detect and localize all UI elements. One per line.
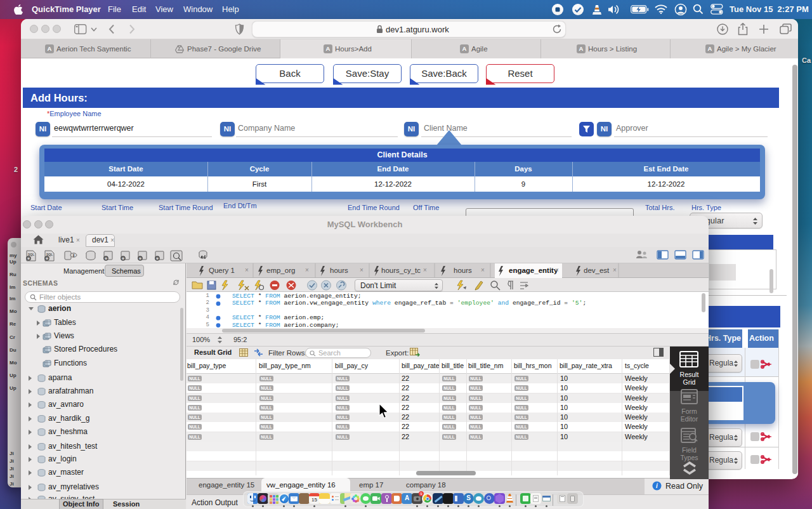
svg-text:i: i [656, 482, 658, 489]
svg-text:SQL: SQL [46, 253, 53, 256]
svg-text:+: + [122, 256, 124, 260]
svg-text:+: + [27, 256, 30, 260]
svg-text:i: i [73, 253, 74, 258]
svg-text:+: + [139, 256, 141, 260]
svg-text:+: + [156, 256, 159, 260]
svg-text:SQL: SQL [28, 253, 34, 256]
svg-text:+: + [105, 256, 107, 260]
svg-text:+: + [46, 256, 48, 260]
